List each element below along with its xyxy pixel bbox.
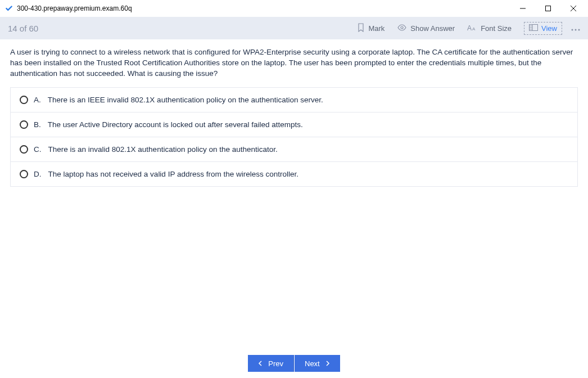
font-size-label: Font Size [481, 24, 512, 33]
window-controls [510, 0, 586, 17]
chevron-right-icon [325, 359, 330, 368]
content-area: A user is trying to connect to a wireles… [0, 39, 588, 349]
radio-icon [20, 170, 28, 178]
options-list: A.There is an IEEE invalid 802.1X authen… [10, 87, 578, 187]
app-logo-icon [4, 4, 13, 13]
prev-label: Prev [268, 359, 283, 368]
minimize-button[interactable] [510, 0, 535, 17]
footer-nav: Prev Next [0, 349, 588, 378]
chevron-left-icon [258, 359, 263, 368]
font-size-button[interactable]: AA Font Size [467, 24, 512, 33]
svg-point-13 [575, 29, 577, 30]
maximize-button[interactable] [535, 0, 560, 17]
close-button[interactable] [560, 0, 586, 17]
svg-text:A: A [472, 26, 476, 32]
option-text: The user Active Directory account is loc… [48, 120, 303, 129]
window-title: 300-430.prepaway.premium.exam.60q [17, 4, 132, 12]
view-button[interactable]: View [524, 22, 562, 35]
option-letter: B. [34, 120, 41, 129]
next-label: Next [305, 359, 320, 368]
option-row[interactable]: D.The laptop has not received a valid IP… [11, 162, 577, 186]
svg-point-4 [401, 26, 403, 29]
radio-icon [20, 120, 28, 129]
bookmark-icon [357, 23, 365, 34]
next-button[interactable]: Next [295, 355, 340, 372]
question-counter: 14 of 60 [8, 24, 38, 33]
radio-icon [20, 145, 28, 154]
mark-button[interactable]: Mark [357, 23, 385, 34]
option-text: There is an IEEE invalid 802.1X authenti… [48, 96, 323, 104]
option-letter: D. [34, 170, 42, 178]
eye-icon [397, 24, 407, 33]
show-answer-label: Show Answer [410, 24, 455, 33]
view-label: View [541, 24, 557, 33]
mark-label: Mark [368, 24, 385, 33]
svg-text:A: A [467, 24, 472, 32]
view-panel-icon [529, 24, 538, 33]
svg-point-12 [572, 29, 573, 30]
option-letter: A. [34, 96, 41, 104]
more-icon [571, 24, 580, 33]
radio-icon [20, 96, 28, 104]
more-button[interactable] [571, 24, 580, 33]
option-row[interactable]: A.There is an IEEE invalid 802.1X authen… [11, 88, 577, 112]
font-size-icon: AA [467, 24, 477, 33]
toolbar: 14 of 60 Mark Show Answer AA Font Size V… [0, 17, 588, 39]
option-row[interactable]: B.The user Active Directory account is l… [11, 112, 577, 137]
show-answer-button[interactable]: Show Answer [397, 24, 455, 33]
svg-point-14 [578, 29, 580, 30]
option-text: The laptop has not received a valid IP a… [48, 170, 298, 178]
option-text: There is an invalid 802.1X authenticatio… [48, 145, 278, 154]
question-text: A user is trying to connect to a wireles… [10, 47, 578, 79]
option-row[interactable]: C.There is an invalid 802.1X authenticat… [11, 137, 577, 162]
prev-button[interactable]: Prev [248, 355, 294, 372]
option-letter: C. [34, 145, 42, 154]
title-bar: 300-430.prepaway.premium.exam.60q [0, 0, 588, 17]
svg-rect-1 [545, 6, 550, 11]
